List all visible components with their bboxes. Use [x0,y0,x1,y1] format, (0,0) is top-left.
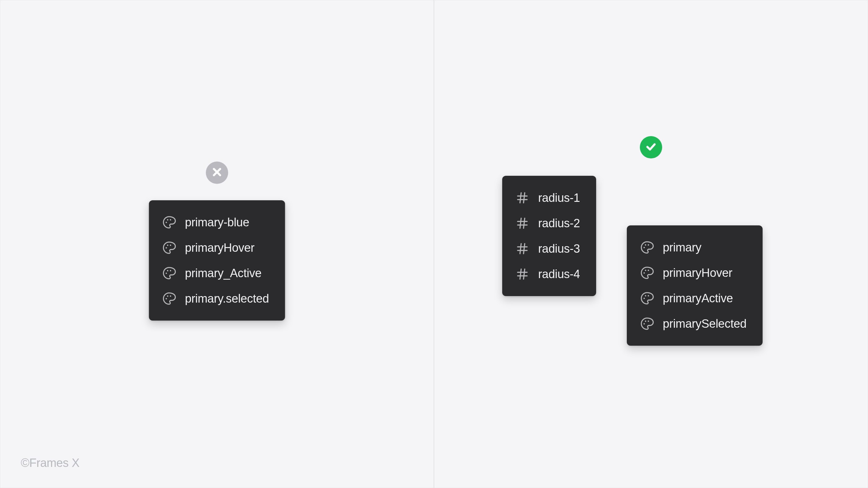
svg-point-37 [645,295,646,296]
hash-icon [515,267,529,281]
palette-icon [162,292,176,306]
token-label: radius-2 [538,217,580,230]
svg-point-3 [167,219,168,220]
token-label: primary_Active [185,267,261,280]
svg-point-6 [167,245,168,246]
token-item[interactable]: primaryActive [640,285,746,311]
svg-line-16 [520,193,521,203]
svg-point-35 [648,270,649,271]
svg-point-34 [645,270,646,271]
token-panel-incorrect: primary-blue primaryHover [149,200,285,321]
svg-point-41 [648,321,649,322]
svg-point-33 [644,272,645,273]
token-item[interactable]: radius-2 [515,211,580,236]
svg-line-21 [524,218,525,228]
token-label: radius-3 [538,242,580,255]
svg-point-12 [167,296,168,297]
svg-point-30 [644,247,645,248]
token-item[interactable]: primaryHover [162,235,269,261]
hash-icon [515,242,529,256]
palette-icon [640,291,654,305]
svg-line-28 [520,269,521,279]
footer-credit: ©Frames X [21,456,80,470]
right-panel-correct: radius-1 radius-2 [434,0,868,488]
token-label: radius-1 [538,191,580,205]
svg-point-31 [645,244,646,246]
svg-point-38 [648,295,649,296]
token-label: primaryHover [663,266,732,280]
token-panel-primary-correct: primary primaryHover [627,225,763,346]
hash-icon [515,191,529,205]
close-icon [211,166,223,180]
svg-point-13 [170,296,171,297]
svg-line-17 [524,193,525,203]
svg-line-29 [524,269,525,279]
token-item[interactable]: radius-3 [515,236,580,262]
token-item[interactable]: primary_Active [162,261,269,286]
token-label: primary [663,241,702,254]
svg-point-8 [165,273,167,274]
svg-point-32 [648,244,649,246]
token-label: primary.selected [185,292,269,305]
palette-icon [162,266,176,280]
svg-point-36 [644,298,645,299]
svg-line-24 [520,244,521,254]
svg-point-9 [167,270,168,271]
token-item[interactable]: primary.selected [162,286,269,311]
svg-point-5 [165,247,167,248]
svg-point-40 [645,321,646,322]
token-item[interactable]: primarySelected [640,311,746,336]
token-panel-radius: radius-1 radius-2 [502,176,596,296]
svg-point-7 [170,245,171,246]
token-item[interactable]: primary-blue [162,210,269,235]
palette-icon [162,215,176,230]
palette-icon [162,241,176,255]
palette-icon [640,266,654,280]
incorrect-badge [206,161,228,184]
palette-icon [640,240,654,254]
token-item[interactable]: primary [640,235,746,260]
left-panel-incorrect: primary-blue primaryHover [0,0,434,488]
token-item[interactable]: radius-4 [515,262,580,287]
token-item[interactable]: primaryHover [640,260,746,285]
svg-point-2 [165,222,167,223]
hash-icon [515,216,529,231]
svg-point-4 [170,219,171,220]
palette-icon [640,316,654,331]
token-label: primarySelected [663,317,746,331]
correct-badge [640,136,662,158]
token-label: primaryActive [663,292,733,305]
token-item[interactable]: radius-1 [515,185,580,211]
svg-point-10 [170,270,171,271]
svg-point-11 [165,298,167,299]
token-label: primary-blue [185,216,249,229]
svg-line-25 [524,244,525,254]
check-icon [645,141,657,154]
token-label: radius-4 [538,268,580,281]
svg-point-39 [644,323,645,324]
token-label: primaryHover [185,241,254,254]
svg-line-20 [520,218,521,228]
